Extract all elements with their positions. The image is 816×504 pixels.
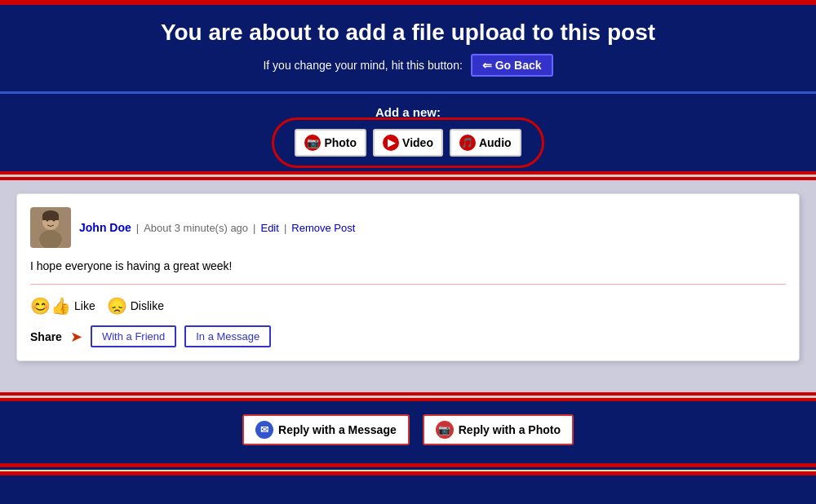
- message-reply-icon: ✉: [255, 421, 273, 439]
- meta-separator-1: |: [136, 222, 139, 234]
- subtitle-row: If you change your mind, hit this button…: [16, 54, 800, 77]
- like-emoji: 😊👍: [30, 296, 71, 316]
- main-title: You are about to add a file upload to th…: [16, 20, 800, 46]
- content-area: John Doe | About 3 minute(s) ago | Edit …: [0, 180, 816, 392]
- video-label: Video: [402, 136, 433, 149]
- post-content: I hope everyone is having a great week!: [30, 259, 786, 285]
- meta-separator-2: |: [253, 222, 255, 234]
- dislike-button[interactable]: 😞 Dislike: [107, 296, 164, 316]
- add-new-section: Add a new: 📷 Photo ▶ Video 🎵 Audio: [0, 94, 816, 171]
- photo-button[interactable]: 📷 Photo: [295, 129, 366, 157]
- share-row: Share ➤ With a Friend In a Message: [30, 325, 786, 347]
- header-section: You are about to add a file upload to th…: [0, 5, 816, 85]
- audio-icon: 🎵: [459, 135, 476, 151]
- svg-rect-8: [42, 215, 59, 220]
- like-label: Like: [74, 299, 95, 312]
- audio-button[interactable]: 🎵 Audio: [450, 129, 521, 157]
- photo-label: Photo: [324, 136, 357, 149]
- post-time: About 3 minute(s) ago: [144, 222, 248, 234]
- bottom-area: [0, 458, 816, 475]
- like-row: 😊👍 Like 😞 Dislike: [30, 296, 786, 316]
- add-new-label: Add a new:: [16, 105, 800, 119]
- avatar: [30, 207, 71, 248]
- avatar-image: [30, 207, 71, 248]
- bottom-red-line: [0, 463, 816, 467]
- subtitle-text: If you change your mind, hit this button…: [263, 59, 462, 72]
- photo-icon: 📷: [304, 135, 321, 151]
- share-arrow-icon: ➤: [70, 328, 82, 346]
- edit-link[interactable]: Edit: [260, 222, 278, 234]
- remove-post-link[interactable]: Remove Post: [291, 222, 355, 234]
- go-back-label: ⇐ Go Back: [482, 59, 542, 72]
- video-button[interactable]: ▶ Video: [373, 129, 443, 157]
- reply-photo-label: Reply with a Photo: [459, 423, 561, 436]
- go-back-button[interactable]: ⇐ Go Back: [471, 54, 553, 77]
- user-name-link[interactable]: John Doe: [79, 221, 131, 234]
- buttons-oval-container: 📷 Photo ▶ Video 🎵 Audio: [295, 129, 521, 157]
- dislike-emoji: 😞: [107, 296, 127, 316]
- like-button[interactable]: 😊👍 Like: [30, 296, 95, 316]
- photo-reply-icon: 📷: [436, 421, 454, 439]
- reply-message-label: Reply with a Message: [278, 423, 397, 436]
- video-icon: ▶: [383, 135, 399, 151]
- reply-message-button[interactable]: ✉ Reply with a Message: [242, 414, 410, 445]
- audio-label: Audio: [479, 136, 512, 149]
- dislike-label: Dislike: [131, 299, 164, 312]
- post-card: John Doe | About 3 minute(s) ago | Edit …: [16, 193, 800, 361]
- post-meta: John Doe | About 3 minute(s) ago | Edit …: [79, 221, 355, 234]
- bottom-red-line-2: [0, 471, 816, 475]
- reply-section: ✉ Reply with a Message 📷 Reply with a Ph…: [0, 401, 816, 458]
- share-message-button[interactable]: In a Message: [184, 325, 271, 347]
- share-friend-button[interactable]: With a Friend: [91, 325, 176, 347]
- reply-photo-button[interactable]: 📷 Reply with a Photo: [423, 414, 574, 445]
- meta-separator-3: |: [284, 222, 286, 234]
- media-buttons: 📷 Photo ▶ Video 🎵 Audio: [295, 129, 521, 157]
- share-label: Share: [30, 330, 62, 343]
- post-header: John Doe | About 3 minute(s) ago | Edit …: [30, 207, 786, 248]
